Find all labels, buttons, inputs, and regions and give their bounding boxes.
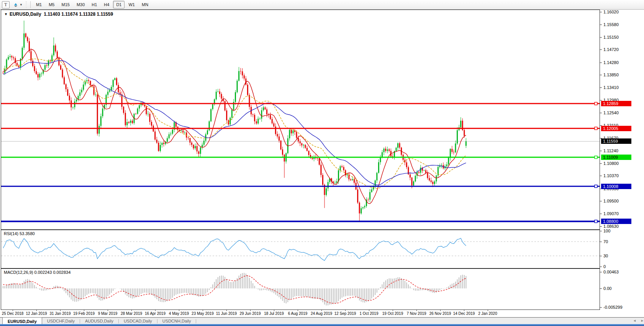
date-tick [274,310,274,311]
candle-body [441,165,442,165]
candle-body [62,69,63,77]
tab-scroll-left-icon[interactable]: ◄ [633,319,636,323]
candle-body [161,143,162,145]
candle-body [195,146,196,148]
candle-body [303,145,304,145]
candle-body [354,179,355,183]
candle-body [118,85,119,92]
candle-body [22,48,23,59]
tab-usdchf-daily[interactable]: USDCHF,Daily [42,318,80,324]
price-tick-label: 1.13410 [603,85,619,90]
date-tick [345,310,346,311]
line-handle[interactable] [595,220,597,223]
candle-body [36,71,37,74]
ma-line-34 [3,61,466,185]
candle-body [396,148,397,151]
level-price-label: 1.10008 [601,184,631,189]
candle-body [15,58,16,63]
candle-body [8,57,9,59]
rsi-plot[interactable] [1,230,600,268]
candle-body [328,182,329,188]
candle-body [46,65,48,66]
candle-body [209,121,210,130]
level-price-label: 1.08800 [601,219,631,224]
candle-body [188,138,189,138]
candle-body [200,147,201,154]
candle-body [451,149,452,152]
price-axis[interactable]: 1.160201.155801.151501.147201.142801.138… [600,10,644,310]
candlestick-plot[interactable] [1,10,600,229]
text-tool-button[interactable]: T [2,1,10,8]
candle-body [10,56,11,57]
macd-plot[interactable] [1,269,600,310]
date-axis[interactable]: 25 Dec 201812 Jan 201931 Jan 201919 Feb … [0,310,644,317]
tab-usdcnh-daily[interactable]: USDCNH,Daily [157,318,196,324]
timeframe-h4-button[interactable]: H4 [101,1,112,8]
timeframe-d1-button[interactable]: D1 [113,1,125,8]
candle-body [364,206,365,207]
line-handle[interactable] [595,185,597,188]
date-tick [131,310,132,311]
candle-body [13,58,14,58]
date-tick [179,310,179,311]
axis-tick [600,272,602,272]
macd-panel[interactable]: MACD(12,26,9) 0.002243 0.002834 [1,268,600,310]
timeframe-h1-button[interactable]: H1 [88,1,100,8]
candle-body [284,155,285,161]
candle-body [425,170,426,173]
timeframe-m15-button[interactable]: M15 [58,1,72,8]
main-chart-panel[interactable]: ▼EURUSD,Daily 1.11403 1.11674 1.11328 1.… [1,10,600,230]
arrange-style-icon[interactable] [12,2,19,8]
tab-eurusd-daily[interactable]: EURUSD,Daily [2,317,42,324]
price-tick-label: 1.14280 [603,60,619,65]
candle-body [383,149,385,152]
candle-body [154,132,156,140]
candle-body [359,203,360,213]
candle-body [53,46,54,56]
candle-body [450,149,451,158]
candle-body [375,180,376,186]
candle-body [415,176,416,181]
candle-body [156,140,157,143]
candle-body [357,189,358,203]
candle-body [388,150,390,151]
timeframe-m5-button[interactable]: M5 [46,1,57,8]
candle-body [139,105,140,109]
candle-body [95,95,96,95]
timeframe-w1-button[interactable]: W1 [125,1,138,8]
price-tick-label: 1.09500 [603,199,619,203]
candle-body [197,146,198,151]
line-handle[interactable] [595,127,597,130]
chart-tabbar: EURUSD,Daily USDCHF,Daily AUDUSD,Daily U… [0,317,644,324]
candle-body [244,75,245,78]
dropdown-caret-icon[interactable]: ▼ [20,3,23,7]
candle-body [135,114,136,114]
candle-body [181,130,182,131]
timeframe-m1-button[interactable]: M1 [33,1,45,8]
timeframe-m30-button[interactable]: M30 [74,1,88,8]
date-tick [250,310,251,311]
candle-body [361,208,362,213]
tab-audusd-daily[interactable]: AUDUSD,Daily [80,318,118,324]
current-price-label: 1.11559 [601,138,631,144]
candle-body [460,121,461,127]
candle-body [312,158,313,159]
candle-body [191,143,192,145]
rsi-panel[interactable]: RSI(14) 53.3580 [1,230,600,268]
candle-body [411,178,413,186]
candle-body [88,80,89,81]
timeframe-mn-button[interactable]: MN [139,1,151,8]
tab-usdcad-daily[interactable]: USDCAD,Daily [119,318,157,324]
candle-body [23,33,25,48]
candle-body [113,80,114,87]
tab-scroll-right-icon[interactable]: ► [641,319,644,323]
candle-body [265,107,266,109]
line-handle[interactable] [595,102,597,105]
candle-body [39,74,40,77]
candle-body [436,175,437,181]
candle-body [111,87,112,90]
rsi-tick-label: 70 [603,239,608,244]
date-tick [393,310,393,311]
chart-dropdown-icon[interactable]: ▼ [4,12,8,16]
line-handle[interactable] [595,156,597,159]
